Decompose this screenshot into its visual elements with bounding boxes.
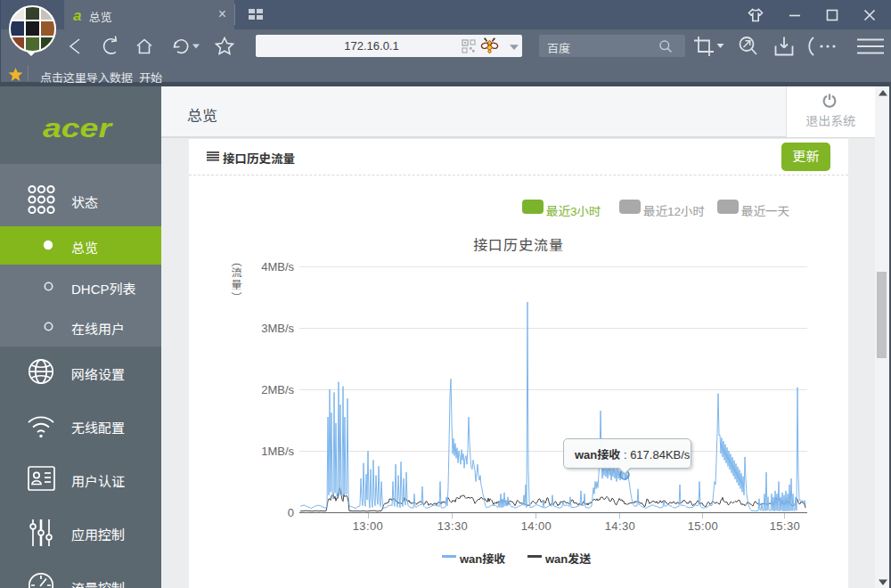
svg-text:acer: acer bbox=[43, 114, 113, 143]
svg-text:a: a bbox=[73, 7, 81, 24]
